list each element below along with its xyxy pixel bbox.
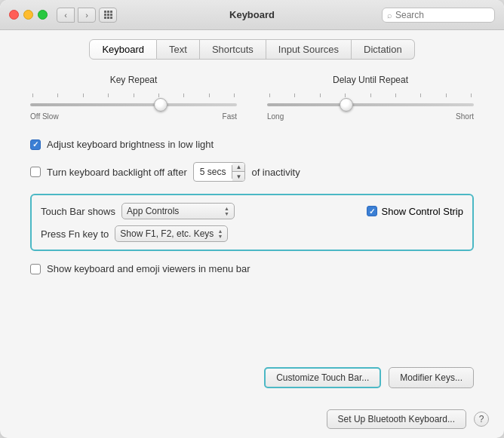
tab-dictation[interactable]: Dictation [352,39,415,60]
grid-icon [104,11,112,19]
key-repeat-labels: Off Slow Fast [30,112,237,121]
stepper-up[interactable]: ▲ [232,163,244,172]
footer-row: Set Up Bluetooth Keyboard... ? [0,403,504,438]
modifier-keys-button[interactable]: Modifier Keys... [389,367,474,388]
brightness-checkbox[interactable] [30,139,41,150]
touch-bar-section: Touch Bar shows App Controls ▲ ▼ Show Co… [30,194,474,251]
inactivity-stepper[interactable]: 5 secs ▲ ▼ [193,162,246,182]
customize-touch-bar-button[interactable]: Customize Touch Bar... [264,367,381,388]
tab-text[interactable]: Text [157,39,200,60]
minimize-button[interactable] [23,10,33,20]
tab-shortcuts[interactable]: Shortcuts [200,39,266,60]
delay-left-label: Long [267,112,284,121]
fn-select-arrows: ▲ ▼ [217,228,223,239]
bottom-buttons: Customize Touch Bar... Modifier Keys... [30,360,474,388]
tab-bar: Keyboard Text Shortcuts Input Sources Di… [0,30,504,60]
fn-key-row: Press Fn key to Show F1, F2, etc. Keys ▲… [41,225,463,242]
key-repeat-slider[interactable] [30,97,237,112]
window-title: Keyboard [229,9,275,20]
key-repeat-label: Key Repeat [110,75,158,85]
backlight-checkbox[interactable] [30,167,41,177]
touch-bar-shows-label: Touch Bar shows [41,206,115,217]
main-content: Key Repeat Off Slow Fast Del [0,60,504,403]
delay-repeat-thumb[interactable] [340,98,353,112]
forward-button[interactable]: › [78,8,96,23]
inactivity-value: 5 secs [194,165,233,179]
stepper-buttons: ▲ ▼ [232,163,244,181]
brightness-label: Adjust keyboard brightness in low light [47,139,214,150]
backlight-row: Turn keyboard backlight off after 5 secs… [30,162,474,182]
key-repeat-group: Key Repeat Off Slow Fast [30,75,237,121]
key-repeat-track [30,103,237,106]
fn-arrow-up-icon: ▲ [217,228,223,234]
delay-right-label: Short [456,112,474,121]
fn-key-label: Press Fn key to [41,228,109,240]
search-box[interactable]: ⌕ [382,8,495,23]
search-icon: ⌕ [387,11,392,20]
touch-bar-shows-dropdown[interactable]: App Controls ▲ ▼ [121,203,235,219]
fn-key-value: Show F1, F2, etc. Keys [120,228,214,239]
arrow-down-icon: ▼ [224,211,229,216]
search-input[interactable] [395,10,478,20]
fn-key-dropdown[interactable]: Show F1, F2, etc. Keys ▲ ▼ [115,225,228,242]
titlebar: ‹ › Keyboard ⌕ [0,0,504,30]
delay-repeat-group: Delay Until Repeat Long Short [267,75,474,121]
control-strip-row: Show Control Strip [367,206,463,217]
delay-repeat-slider[interactable] [267,97,474,112]
close-button[interactable] [9,10,19,20]
key-repeat-right-label: Fast [223,112,237,121]
tab-keyboard[interactable]: Keyboard [89,39,157,60]
stepper-down[interactable]: ▼ [232,172,244,181]
keyboard-window: ‹ › Keyboard ⌕ Keyboard Text Shortcuts I… [0,0,504,438]
tab-input-sources[interactable]: Input Sources [266,39,352,60]
control-strip-checkbox[interactable] [367,206,377,216]
touch-bar-shows-value: App Controls [127,206,221,216]
nav-buttons: ‹ › [57,8,96,23]
delay-repeat-labels: Long Short [267,112,474,121]
inactivity-suffix: of inactivity [251,167,300,178]
slider-section: Key Repeat Off Slow Fast Del [30,75,474,121]
maximize-button[interactable] [38,10,48,20]
fn-arrow-down-icon: ▼ [217,234,223,239]
emoji-label: Show keyboard and emoji viewers in menu … [47,263,250,274]
touch-bar-shows-row: Touch Bar shows App Controls ▲ ▼ Show Co… [41,203,463,219]
emoji-row: Show keyboard and emoji viewers in menu … [30,263,474,274]
traffic-lights [9,10,48,20]
delay-repeat-track [267,103,474,106]
key-repeat-thumb[interactable] [154,98,167,112]
help-button[interactable]: ? [474,412,489,427]
arrow-up-icon: ▲ [224,206,229,211]
control-strip-label: Show Control Strip [382,206,463,217]
emoji-checkbox[interactable] [30,264,41,274]
back-button[interactable]: ‹ [57,8,75,23]
key-repeat-left-label: Off Slow [30,112,59,121]
grid-button[interactable] [99,8,117,23]
brightness-row: Adjust keyboard brightness in low light [30,139,474,150]
select-arrows: ▲ ▼ [224,206,229,216]
delay-repeat-label: Delay Until Repeat [333,75,408,85]
backlight-label: Turn keyboard backlight off after [47,167,187,178]
bluetooth-keyboard-button[interactable]: Set Up Bluetooth Keyboard... [327,409,466,429]
